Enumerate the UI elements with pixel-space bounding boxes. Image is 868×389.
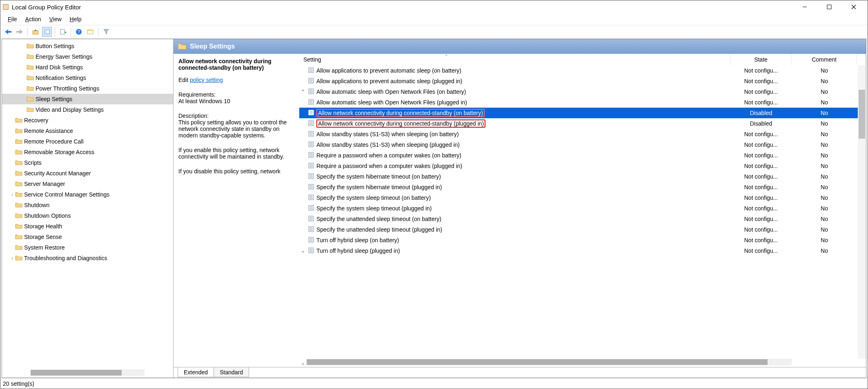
close-button[interactable] bbox=[841, 0, 866, 13]
cell-comment: No bbox=[792, 110, 857, 116]
setting-row[interactable]: ⌄Turn off hybrid sleep (plugged in)Not c… bbox=[299, 245, 866, 256]
tree-item[interactable]: Security Account Manager bbox=[2, 168, 173, 179]
tree-item-label: Service Control Manager Settings bbox=[24, 191, 109, 198]
nav-forward-button[interactable] bbox=[15, 27, 24, 37]
tree-item[interactable]: Remote Assistance bbox=[2, 126, 173, 136]
setting-row[interactable]: Allow network connectivity during connec… bbox=[299, 118, 866, 129]
tree-item[interactable]: ›Troubleshooting and Diagnostics bbox=[2, 253, 173, 263]
setting-row[interactable]: Specify the system sleep timeout (plugge… bbox=[299, 203, 866, 214]
tree-item[interactable]: Shutdown bbox=[2, 200, 173, 210]
cell-setting: Require a password when a computer wakes… bbox=[307, 163, 730, 169]
scroll-up-icon[interactable]: ⌃ bbox=[299, 89, 307, 95]
expander-icon[interactable]: › bbox=[9, 256, 15, 261]
scroll-down-icon[interactable]: ⌄ bbox=[299, 359, 307, 367]
tab-extended[interactable]: Extended bbox=[178, 367, 214, 377]
tree-item[interactable]: Recovery bbox=[2, 115, 173, 126]
list-rows[interactable]: Allow applications to prevent automatic … bbox=[299, 65, 866, 359]
tree-item-label: Shutdown bbox=[24, 202, 49, 208]
menu-view[interactable]: View bbox=[46, 15, 65, 23]
tree-item-label: Storage Health bbox=[24, 223, 62, 230]
filter-button[interactable] bbox=[101, 27, 111, 37]
tab-standard[interactable]: Standard bbox=[214, 367, 249, 377]
setting-name: Turn off hybrid sleep (plugged in) bbox=[316, 248, 400, 254]
tree-item[interactable]: Server Manager bbox=[2, 179, 173, 189]
maximize-button[interactable] bbox=[817, 0, 841, 13]
setting-row[interactable]: Allow applications to prevent automatic … bbox=[299, 76, 866, 86]
menu-action[interactable]: Action bbox=[22, 15, 45, 23]
setting-name: Allow standby states (S1-S3) when sleepi… bbox=[316, 141, 460, 148]
cell-state: Not configu... bbox=[730, 152, 792, 159]
policy-icon bbox=[308, 141, 315, 148]
expander-icon[interactable]: › bbox=[9, 192, 15, 197]
tree-item[interactable]: Notification Settings bbox=[2, 73, 173, 83]
cell-setting: Turn off hybrid sleep (plugged in) bbox=[307, 248, 730, 254]
setting-row[interactable]: Specify the system hibernate timeout (pl… bbox=[299, 182, 866, 192]
nav-back-button[interactable] bbox=[3, 27, 13, 37]
list-vertical-scrollbar[interactable] bbox=[858, 65, 866, 359]
tree-item[interactable]: Energy Saver Settings bbox=[2, 51, 173, 62]
tree-horizontal-scrollbar[interactable] bbox=[2, 369, 173, 378]
export-button[interactable] bbox=[58, 27, 68, 37]
column-header-setting[interactable]: Setting ⌃ bbox=[299, 54, 730, 65]
menu-file[interactable]: File bbox=[4, 15, 20, 23]
setting-row[interactable]: Allow network connectivity during connec… bbox=[299, 108, 866, 118]
cell-state: Not configu... bbox=[730, 216, 792, 222]
setting-row[interactable]: Require a password when a computer wakes… bbox=[299, 150, 866, 161]
cell-setting: Specify the unattended sleep timeout (on… bbox=[307, 216, 730, 222]
tree-item[interactable]: Scripts bbox=[2, 157, 173, 168]
edit-policy-link[interactable]: policy setting bbox=[190, 77, 223, 83]
toolbar-separator bbox=[55, 27, 55, 36]
setting-row[interactable]: ⌃Allow automatic sleep with Open Network… bbox=[299, 86, 866, 97]
tree-item[interactable]: ›Service Control Manager Settings bbox=[2, 189, 173, 200]
minimize-button[interactable] bbox=[792, 0, 817, 13]
svg-marker-9 bbox=[16, 29, 23, 34]
menu-help[interactable]: Help bbox=[67, 15, 85, 23]
setting-row[interactable]: Allow standby states (S1-S3) when sleepi… bbox=[299, 139, 866, 150]
setting-row[interactable]: Allow standby states (S1-S3) when sleepi… bbox=[299, 129, 866, 139]
tree-item[interactable]: Removable Storage Access bbox=[2, 147, 173, 157]
cell-state: Not configu... bbox=[730, 173, 792, 180]
tree-item[interactable]: Shutdown Options bbox=[2, 210, 173, 221]
tree-item-label: System Restore bbox=[24, 244, 65, 251]
setting-row[interactable]: Require a password when a computer wakes… bbox=[299, 161, 866, 171]
up-folder-button[interactable] bbox=[31, 27, 40, 37]
description-text-3: If you disable this policy setting, netw… bbox=[178, 168, 294, 175]
cell-setting: Allow applications to prevent automatic … bbox=[307, 67, 730, 74]
menu-bar: File Action View Help bbox=[0, 13, 868, 25]
setting-row[interactable]: Specify the system hibernate timeout (on… bbox=[299, 171, 866, 182]
folder-icon bbox=[15, 128, 22, 134]
tree-item[interactable]: Video and Display Settings bbox=[2, 104, 173, 115]
tree-item[interactable]: Button Settings bbox=[2, 41, 173, 51]
folder-icon bbox=[15, 159, 22, 166]
app-window: Local Group Policy Editor File Action Vi… bbox=[0, 0, 868, 389]
setting-row[interactable]: Turn off hybrid sleep (on battery)Not co… bbox=[299, 235, 866, 245]
cell-state: Not configu... bbox=[730, 194, 792, 201]
options-button[interactable] bbox=[42, 27, 52, 37]
setting-row[interactable]: Specify the unattended sleep timeout (on… bbox=[299, 214, 866, 224]
cell-setting: Allow automatic sleep with Open Network … bbox=[307, 88, 730, 95]
setting-row[interactable]: Allow applications to prevent automatic … bbox=[299, 65, 866, 76]
help-button[interactable]: ? bbox=[74, 27, 84, 37]
tree-item[interactable]: Sleep Settings bbox=[2, 94, 173, 104]
tree-item[interactable]: Remote Procedure Call bbox=[2, 136, 173, 147]
scroll-down-icon[interactable]: ⌄ bbox=[299, 248, 307, 254]
tree-item[interactable]: System Restore bbox=[2, 242, 173, 253]
list-horizontal-scroll[interactable]: ⌄ bbox=[299, 359, 866, 367]
cell-comment: No bbox=[792, 226, 857, 233]
folder-icon bbox=[15, 202, 22, 208]
column-header-comment[interactable]: Comment bbox=[792, 54, 857, 65]
tree-item[interactable]: Hard Disk Settings bbox=[2, 62, 173, 73]
tree-view[interactable]: Button SettingsEnergy Saver SettingsHard… bbox=[2, 39, 173, 369]
setting-row[interactable]: Specify the system sleep timeout (on bat… bbox=[299, 192, 866, 203]
setting-row[interactable]: Specify the unattended sleep timeout (pl… bbox=[299, 224, 866, 235]
tree-item[interactable]: Power Throttling Settings bbox=[2, 83, 173, 94]
setting-row[interactable]: Allow automatic sleep with Open Network … bbox=[299, 97, 866, 108]
column-header-state[interactable]: State bbox=[730, 54, 792, 65]
sort-indicator-icon: ⌃ bbox=[445, 54, 448, 58]
folder-icon bbox=[15, 170, 22, 177]
tree-item[interactable]: Storage Sense bbox=[2, 232, 173, 242]
toolbar: ? bbox=[0, 25, 868, 39]
folder-icon bbox=[15, 191, 22, 198]
properties-button[interactable] bbox=[85, 27, 95, 37]
tree-item[interactable]: Storage Health bbox=[2, 221, 173, 232]
